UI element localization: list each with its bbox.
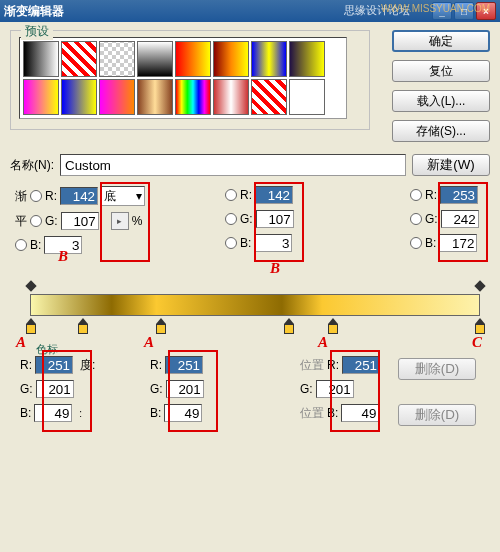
swatch[interactable]: [175, 79, 211, 115]
r-input-b1[interactable]: [60, 187, 98, 205]
b-input-a3[interactable]: [341, 404, 379, 422]
swatch[interactable]: [23, 79, 59, 115]
presets-panel: 预设: [10, 30, 370, 130]
swatch[interactable]: [137, 41, 173, 77]
radio-g[interactable]: [30, 215, 42, 227]
presets-label: 预设: [21, 23, 53, 40]
b-input-a2[interactable]: [164, 404, 202, 422]
annotation-a: A: [318, 334, 328, 351]
deg-label: 度:: [80, 357, 95, 374]
delete-button[interactable]: 删除(D): [398, 404, 476, 426]
arrow-button[interactable]: ▸: [111, 212, 129, 230]
pos-label: 位置: [300, 405, 324, 422]
color-stop[interactable]: [78, 318, 88, 332]
swatch[interactable]: [251, 41, 287, 77]
reset-button[interactable]: 复位: [392, 60, 490, 82]
swatch[interactable]: [99, 41, 135, 77]
annotation-a: A: [16, 334, 26, 351]
annotation-b: B: [58, 248, 68, 265]
radio-r[interactable]: [225, 189, 237, 201]
b-input-c[interactable]: [439, 234, 477, 252]
name-input[interactable]: [60, 154, 406, 176]
swatch[interactable]: [137, 79, 173, 115]
opacity-stop[interactable]: [475, 280, 485, 292]
r-input-a3[interactable]: [342, 356, 380, 374]
stops-label: 色标: [36, 342, 58, 357]
radio-g[interactable]: [225, 213, 237, 225]
delete-button[interactable]: 删除(D): [398, 358, 476, 380]
smooth-label: 平: [15, 213, 27, 230]
radio-r[interactable]: [30, 190, 42, 202]
radio-b[interactable]: [410, 237, 422, 249]
g-input-b2[interactable]: [256, 210, 294, 228]
new-button[interactable]: 新建(W): [412, 154, 490, 176]
color-stop[interactable]: [156, 318, 166, 332]
r-input-a1[interactable]: [35, 356, 73, 374]
pos-label: 位置: [300, 357, 324, 374]
g-input-a2[interactable]: [166, 380, 204, 398]
color-stop[interactable]: [284, 318, 294, 332]
type-label: 渐: [15, 188, 27, 205]
swatch[interactable]: [289, 79, 325, 115]
swatch[interactable]: [175, 41, 211, 77]
titlebar: 渐变编辑器 思缘设计论坛 WWW.MISSYUAN.COM _ □ ×: [0, 0, 500, 22]
r-input-c[interactable]: [440, 186, 478, 204]
radio-r[interactable]: [410, 189, 422, 201]
swatch[interactable]: [213, 79, 249, 115]
swatch-grid[interactable]: [19, 37, 347, 119]
g-input-b1[interactable]: [61, 212, 99, 230]
pct-label: %: [132, 214, 143, 228]
g-input-c[interactable]: [441, 210, 479, 228]
gradient-bar[interactable]: [30, 294, 480, 316]
radio-b[interactable]: [225, 237, 237, 249]
name-label: 名称(N):: [10, 157, 54, 174]
swatch[interactable]: [289, 41, 325, 77]
g-input-a1[interactable]: [36, 380, 74, 398]
annotation-a: A: [144, 334, 154, 351]
annotation-b: B: [270, 260, 280, 277]
type-dropdown[interactable]: 底: [101, 186, 145, 206]
color-stop[interactable]: [475, 318, 485, 332]
save-button[interactable]: 存储(S)...: [392, 120, 490, 142]
swatch[interactable]: [251, 79, 287, 115]
b-input-b2[interactable]: [254, 234, 292, 252]
b-input-a1[interactable]: [34, 404, 72, 422]
radio-b[interactable]: [15, 239, 27, 251]
r-input-a2[interactable]: [165, 356, 203, 374]
radio-g[interactable]: [410, 213, 422, 225]
r-input-b2[interactable]: [255, 186, 293, 204]
swatch[interactable]: [213, 41, 249, 77]
watermark-url: WWW.MISSYUAN.COM: [381, 3, 490, 14]
ok-button[interactable]: 确定: [392, 30, 490, 52]
swatch[interactable]: [99, 79, 135, 115]
color-stop[interactable]: [328, 318, 338, 332]
opacity-stop[interactable]: [26, 280, 36, 292]
swatch[interactable]: [23, 41, 59, 77]
g-input-a3[interactable]: [316, 380, 354, 398]
load-button[interactable]: 载入(L)...: [392, 90, 490, 112]
color-stop[interactable]: [26, 318, 36, 332]
annotation-c: C: [472, 334, 482, 351]
swatch[interactable]: [61, 79, 97, 115]
swatch[interactable]: [61, 41, 97, 77]
